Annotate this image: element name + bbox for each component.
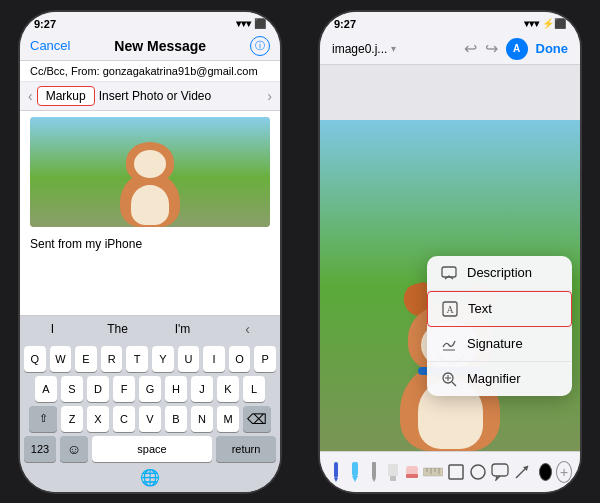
dog-body-left xyxy=(115,152,185,227)
key-a[interactable]: A xyxy=(35,376,57,402)
context-description-label: Description xyxy=(467,265,532,280)
key-p[interactable]: P xyxy=(254,346,276,372)
key-t[interactable]: T xyxy=(126,346,148,372)
key-n[interactable]: N xyxy=(191,406,213,432)
numbers-key[interactable]: 123 xyxy=(24,436,56,462)
compose-icon[interactable]: ⓘ xyxy=(250,36,270,56)
context-item-description[interactable]: Description xyxy=(427,256,572,291)
context-text-label: Text xyxy=(468,301,492,316)
redo-icon[interactable]: ↪ xyxy=(485,39,498,58)
ccbcc-value: gonzagakatrina91b@gmail.com xyxy=(103,65,258,77)
status-icons-right: ▾▾▾ ⚡⬛ xyxy=(524,18,566,29)
delete-key[interactable]: ⌫ xyxy=(243,406,271,432)
speech-bubble-tool[interactable] xyxy=(491,458,509,486)
phone-right: 9:27 ▾▾▾ ⚡⬛ image0.j... ▾ ↩ ↪ A Done xyxy=(300,0,600,503)
key-r[interactable]: R xyxy=(101,346,123,372)
text-icon: A xyxy=(440,300,460,318)
ruler-tool[interactable] xyxy=(423,458,443,486)
shift-key[interactable]: ⇧ xyxy=(29,406,57,432)
time-left: 9:27 xyxy=(34,18,56,30)
backspace-icon[interactable]: ‹ xyxy=(215,321,280,337)
context-signature-label: Signature xyxy=(467,336,523,351)
arrow-tool[interactable] xyxy=(513,458,531,486)
pen-tool-blue2[interactable] xyxy=(347,458,362,486)
svg-marker-13 xyxy=(372,478,376,482)
signature-icon xyxy=(439,335,459,353)
dog-chest-left xyxy=(131,185,169,225)
key-v[interactable]: V xyxy=(139,406,161,432)
svg-rect-17 xyxy=(406,474,418,478)
svg-rect-15 xyxy=(390,476,396,481)
magnifier-icon xyxy=(439,370,459,388)
key-b[interactable]: B xyxy=(165,406,187,432)
key-h[interactable]: H xyxy=(165,376,187,402)
mail-header: Cancel New Message ⓘ xyxy=(20,32,280,61)
keyboard-row-2: A S D F G H J K L xyxy=(24,376,276,402)
key-z[interactable]: Z xyxy=(61,406,83,432)
cancel-button[interactable]: Cancel xyxy=(30,38,70,53)
key-l[interactable]: L xyxy=(243,376,265,402)
square-shape-tool[interactable] xyxy=(447,458,465,486)
pen-tool-blue[interactable] xyxy=(328,458,343,486)
context-magnifier-label: Magnifier xyxy=(467,371,520,386)
key-u[interactable]: U xyxy=(178,346,200,372)
time-right: 9:27 xyxy=(334,18,356,30)
chevron-right-icon[interactable]: › xyxy=(267,88,272,104)
circle-shape-tool[interactable] xyxy=(469,458,487,486)
key-x[interactable]: X xyxy=(87,406,109,432)
emoji-key[interactable]: ☺ xyxy=(60,436,88,462)
phone-screen-right: 9:27 ▾▾▾ ⚡⬛ image0.j... ▾ ↩ ↪ A Done xyxy=(320,12,580,492)
context-item-signature[interactable]: Signature xyxy=(427,327,572,362)
svg-marker-9 xyxy=(334,478,338,482)
filename-chevron-icon[interactable]: ▾ xyxy=(391,43,396,54)
key-d[interactable]: D xyxy=(87,376,109,402)
battery-full-icon: ⚡⬛ xyxy=(542,18,566,29)
markup-button[interactable]: Markup xyxy=(37,86,95,106)
globe-icon[interactable]: 🌐 xyxy=(140,468,160,487)
svg-point-24 xyxy=(471,465,485,479)
context-item-magnifier[interactable]: Magnifier xyxy=(427,362,572,396)
keyboard-row-4: 123 ☺ space return xyxy=(24,436,276,462)
phone-screen-left: 9:27 ▾▾▾ ⬛ Cancel New Message ⓘ Cc/Bcc, … xyxy=(20,12,280,492)
predictive-word-1[interactable]: I xyxy=(20,322,85,336)
keyboard-row-1: Q W E R T Y U I O P xyxy=(24,346,276,372)
mail-body: Sent from my iPhone xyxy=(20,111,280,315)
key-s[interactable]: S xyxy=(61,376,83,402)
key-j[interactable]: J xyxy=(191,376,213,402)
key-e[interactable]: E xyxy=(75,346,97,372)
undo-icon[interactable]: ↩ xyxy=(464,39,477,58)
key-q[interactable]: Q xyxy=(24,346,46,372)
ccbcc-label: Cc/Bcc, From: xyxy=(30,65,100,77)
space-key[interactable]: space xyxy=(92,436,212,462)
key-m[interactable]: M xyxy=(217,406,239,432)
add-tool-button[interactable]: + xyxy=(556,461,572,483)
globe-bar: 🌐 xyxy=(24,466,276,490)
key-f[interactable]: F xyxy=(113,376,135,402)
color-picker-dot[interactable] xyxy=(539,463,552,481)
context-item-text[interactable]: A Text xyxy=(427,291,572,327)
wifi-icon-right: ▾▾▾ xyxy=(524,18,539,29)
eraser-tool[interactable] xyxy=(404,458,419,486)
predictive-word-2[interactable]: The xyxy=(85,322,150,336)
key-g[interactable]: G xyxy=(139,376,161,402)
pen-tool-gray[interactable] xyxy=(366,458,381,486)
key-y[interactable]: Y xyxy=(152,346,174,372)
key-i[interactable]: I xyxy=(203,346,225,372)
predictive-word-3[interactable]: I'm xyxy=(150,322,215,336)
filename-text: image0.j... xyxy=(332,42,387,56)
done-button[interactable]: Done xyxy=(536,41,569,56)
svg-marker-11 xyxy=(352,476,358,482)
svg-rect-25 xyxy=(492,464,508,476)
key-w[interactable]: W xyxy=(50,346,72,372)
return-key[interactable]: return xyxy=(216,436,276,462)
ccbcc-field[interactable]: Cc/Bcc, From: gonzagakatrina91b@gmail.co… xyxy=(20,61,280,82)
keyboard-row-3: ⇧ Z X C V B N M ⌫ xyxy=(24,406,276,432)
compose-title: New Message xyxy=(114,38,206,54)
markup-gray-area xyxy=(320,65,580,120)
insert-label[interactable]: Insert Photo or Video xyxy=(99,89,212,103)
chevron-left-icon[interactable]: ‹ xyxy=(28,88,33,104)
key-c[interactable]: C xyxy=(113,406,135,432)
key-o[interactable]: O xyxy=(229,346,251,372)
key-k[interactable]: K xyxy=(217,376,239,402)
marker-tool[interactable] xyxy=(385,458,400,486)
